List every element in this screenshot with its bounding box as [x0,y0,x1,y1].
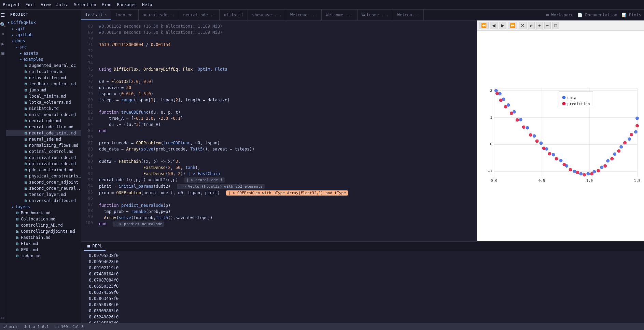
tree-docs[interactable]: ▾ docs [6,38,81,44]
list-item[interactable]: 🗎Benchmark.md [6,210,81,216]
list-item[interactable]: 🗎Collocation.md [6,216,81,222]
status-branch: ⎇ main [3,325,18,329]
list-item[interactable]: 🗎augmented_neural_oc [6,62,81,69]
code-line: end | > predict_neuralode [99,221,477,227]
svg-point-37 [613,152,616,156]
sidebar-header: Project [6,10,81,19]
tree-src[interactable]: ▾ src [6,44,81,50]
menu-find[interactable]: Find [102,2,112,7]
list-item[interactable]: 🗎lotka_volterra.md [6,99,81,105]
list-item[interactable]: 🗎neural_gde.md [6,118,81,124]
list-item[interactable]: 🗎local_minima.md [6,93,81,99]
list-item[interactable]: 🗎optimization_ode.md [6,155,81,161]
plot-no-button[interactable]: ⌀ [528,22,535,29]
list-item[interactable]: 🗎minibatch.md [6,105,81,112]
tab-welcome-4[interactable]: Welcom... [393,10,424,20]
code-line: tsteps = range(tspan[1], tspan[2], lengt… [99,97,477,103]
plot-zoom-out-button[interactable]: − [544,22,551,29]
documentation-button[interactable]: 📄 Documentation [577,13,617,17]
list-item[interactable]: 🗎pde_constrained.md [6,167,81,173]
plot-last-button[interactable]: ⏩ [508,22,517,29]
list-item[interactable]: 🗎neural_ode_flux.md [6,124,81,130]
search-icon[interactable]: 🔍 [0,22,6,27]
settings-icon[interactable]: ⚙ [0,315,6,320]
list-item[interactable]: 🗎mnist_neural_ode.md [6,112,81,118]
repl-content[interactable]: 0.09795238f0 0.09594628f0 0.09102119f0 0… [81,251,644,323]
tab-todo-md[interactable]: todo.md [111,10,139,20]
tab-utils-jl[interactable]: utils.jl [220,10,248,20]
tree-git[interactable]: ▸ .git [6,26,81,32]
plot-next-button[interactable]: ▶ [499,22,506,29]
tab-label: Welcome ... [362,13,389,17]
menu-selection[interactable]: Selection [74,2,96,7]
code-content[interactable]: #0.001162 seconds (16.50 k allocations: … [95,20,477,241]
list-item[interactable]: 🗎index.md [6,253,81,259]
list-item[interactable]: 🗎physical_constraints.n [6,173,81,179]
list-item[interactable]: 🗎jump.md [6,87,81,93]
list-item[interactable]: 🗎optimization_sde.md [6,161,81,167]
menu-help[interactable]: Help [142,2,152,7]
line-number: 68 [81,23,93,29]
code-line: true_A = [-0.1 2.0; -2.0 -0.1] [99,115,477,121]
list-item[interactable]: 🗎optimal_control.md [6,148,81,155]
code-line: function trueODEfunc(du, u, p, t) [99,109,477,115]
plot-prev-button[interactable]: ◀ [490,22,498,29]
line-number: 99 [81,214,93,220]
plots-button[interactable]: 📊 Plots [621,13,641,17]
tab-welcome-2[interactable]: Welcome ... [322,10,357,20]
file-tree: ▾ DiffEqFlux ▸ .git ▸ .github ▾ docs [6,19,81,323]
repl-tab[interactable]: ■ REPL [84,242,106,251]
menu-project[interactable]: Project [3,2,20,7]
tab-label: showcase.... [252,13,282,17]
file-icon: 🗎 [24,63,28,68]
tab-neural-sde[interactable]: neural_sde... [139,10,179,20]
list-item[interactable]: 🗎feedback_control.md [6,81,81,87]
tab-welcome-3[interactable]: Welcome ... [358,10,393,20]
workspace-button[interactable]: ⊞ Workspace [546,13,573,17]
tree-root[interactable]: ▾ DiffEqFlux [6,19,81,26]
git-icon[interactable]: ⚬ [0,31,6,37]
extensions-icon[interactable]: ▣ [0,51,6,56]
plot-close-button[interactable]: ✕ [519,22,527,29]
tab-test-jl[interactable]: test.jl ✕ [81,10,111,20]
tab-close-icon[interactable]: ✕ [105,13,107,16]
plot-zoom-in-button[interactable]: + [536,22,543,29]
tab-neural-ode[interactable]: neural_ode... [179,10,220,20]
debug-icon[interactable]: ▶ [0,41,6,46]
list-item[interactable]: 🗎Flux.md [6,241,81,247]
list-item[interactable]: 🗎ControllingAdjoints.md [6,228,81,234]
plot-fit-button[interactable]: □ [552,22,559,29]
tree-layers[interactable]: ▸ layers [6,204,81,210]
file-icon: 🗎 [24,168,28,172]
menu-packages[interactable]: Packages [117,2,137,7]
list-item[interactable]: 🗎GPUs.md [6,247,81,253]
tree-github[interactable]: ▸ .github [6,32,81,38]
tree-examples[interactable]: ▾ examples [6,56,81,62]
tree-assets[interactable]: ▸ assets [6,50,81,56]
file-icon: 🗎 [24,113,28,117]
file-icon: 🗎 [24,82,28,86]
chevron-right-icon2: ▸ [12,33,14,37]
list-item[interactable]: 🗎neural_ode_sciml.md [6,130,81,136]
menu-view[interactable]: View [41,2,51,7]
line-number: 69 [81,29,93,35]
file-icon: 🗎 [24,125,28,129]
tab-showcase[interactable]: showcase.... [248,10,286,20]
list-item[interactable]: 🗎FastChain.md [6,234,81,241]
line-number: 96 [81,195,93,201]
list-item[interactable]: 🗎normalizing_flows.md [6,142,81,148]
explorer-icon[interactable]: ☰ [0,12,6,18]
list-item[interactable]: 🗎delay_diffeq.md [6,75,81,81]
plot-first-button[interactable]: ⏪ [479,22,489,29]
list-item[interactable]: 🗎second_order_neural.. [6,185,81,191]
list-item[interactable]: 🗎second_order_adjoint [6,179,81,185]
list-item[interactable]: 🗎collocation.md [6,69,81,75]
list-item[interactable]: 🗎controlling_AD.md [6,222,81,228]
list-item[interactable]: 🗎tensor_layer.md [6,191,81,198]
menu-julia[interactable]: Julia [56,2,68,7]
repl-line: 0.05105587f0 [84,320,641,323]
menu-edit[interactable]: Edit [26,2,36,7]
tab-welcome-1[interactable]: Welcome ... [286,10,322,20]
list-item[interactable]: 🗎neural_sde.md [6,136,81,142]
list-item[interactable]: 🗎universal_diffeq.md [6,198,81,204]
